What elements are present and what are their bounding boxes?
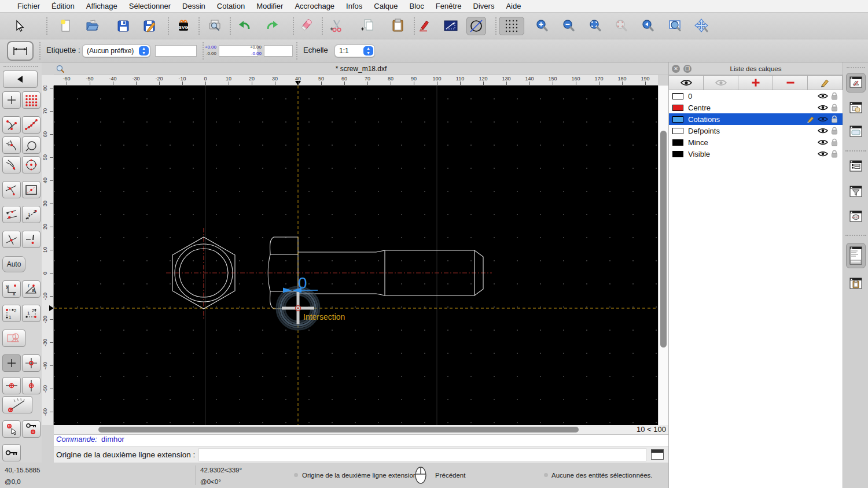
distance-point2-button[interactable]: 1 2 bbox=[22, 305, 41, 322]
snap-distance-button[interactable]: 1 2 bbox=[22, 206, 41, 223]
layer-lock-icon[interactable] bbox=[829, 127, 840, 135]
layer-lock-icon[interactable] bbox=[829, 115, 840, 123]
zoom-out-button[interactable] bbox=[559, 17, 579, 35]
print-preview-button[interactable] bbox=[205, 17, 225, 35]
snap-reference-button[interactable] bbox=[22, 181, 41, 198]
block-list-dock-button[interactable] bbox=[846, 98, 866, 118]
draw-line-mode-button[interactable] bbox=[441, 17, 461, 35]
layer-color-swatch[interactable] bbox=[672, 139, 683, 146]
layer-visibility-icon[interactable] bbox=[817, 127, 829, 134]
entity-filter-dock-button[interactable] bbox=[846, 182, 866, 202]
layer-row-selected[interactable]: Cotations bbox=[669, 113, 843, 125]
layer-color-swatch[interactable] bbox=[672, 93, 683, 99]
hide-all-layers-button[interactable] bbox=[703, 75, 738, 90]
layer-row[interactable]: Defpoints bbox=[669, 125, 843, 136]
command-widget-dock-button[interactable] bbox=[846, 243, 866, 268]
restrict-nothing-button[interactable] bbox=[2, 330, 25, 347]
redo-button[interactable] bbox=[262, 17, 281, 35]
prefix-select[interactable]: (Aucun préfixe) ▲▼ bbox=[82, 45, 150, 57]
coordinate-cartesian-button[interactable]: y x bbox=[2, 280, 21, 298]
snap-grid-button[interactable] bbox=[22, 91, 41, 109]
zoom-previous-button[interactable] bbox=[638, 17, 658, 35]
menu-cotation[interactable]: Cotation bbox=[211, 0, 251, 13]
new-document-button[interactable] bbox=[56, 17, 75, 35]
close-panel-icon[interactable]: ✕ bbox=[672, 65, 680, 73]
menu-selectionner[interactable]: Sélectionner bbox=[123, 0, 176, 13]
vertical-scrollbar-thumb[interactable] bbox=[660, 131, 667, 347]
coordinate-polar-button[interactable]: r a bbox=[22, 280, 41, 298]
command-input[interactable] bbox=[198, 448, 646, 461]
layer-color-swatch[interactable] bbox=[672, 105, 683, 111]
layer-visibility-icon[interactable] bbox=[817, 150, 829, 157]
library-browser-dock-button[interactable] bbox=[846, 122, 866, 142]
layer-color-swatch[interactable] bbox=[672, 116, 683, 123]
menu-bloc[interactable]: Bloc bbox=[403, 0, 429, 13]
layer-visibility-icon[interactable] bbox=[817, 93, 829, 99]
menu-affichage[interactable]: Affichage bbox=[80, 0, 123, 13]
snap-intersection-manual-button[interactable] bbox=[22, 231, 41, 248]
add-layer-button[interactable] bbox=[738, 75, 773, 90]
drawing-canvas[interactable]: 0 Intersection bbox=[54, 86, 658, 425]
horizontal-dimension-tool-button[interactable] bbox=[7, 41, 34, 61]
distance-point-button[interactable]: 1 2 bbox=[2, 305, 21, 322]
layer-visibility-icon[interactable] bbox=[817, 104, 829, 111]
save-button[interactable] bbox=[113, 17, 133, 35]
layer-visibility-icon[interactable] bbox=[817, 116, 829, 123]
menu-aide[interactable]: Aide bbox=[500, 0, 527, 13]
menu-edition[interactable]: Édition bbox=[46, 0, 80, 13]
paste-button[interactable] bbox=[388, 17, 408, 35]
lock-layer-button[interactable] bbox=[2, 444, 21, 461]
zoom-pan-button[interactable] bbox=[692, 17, 712, 35]
lock-relative-zero-button[interactable] bbox=[22, 420, 41, 438]
layer-lock-icon[interactable] bbox=[829, 138, 840, 146]
menu-fichier[interactable]: Fichier bbox=[12, 0, 46, 13]
undo-button[interactable] bbox=[236, 17, 255, 35]
restrict-orthogonal-button[interactable] bbox=[2, 206, 21, 223]
select-tool-button[interactable] bbox=[9, 17, 29, 35]
snap-angle-button[interactable] bbox=[2, 396, 32, 413]
float-panel-icon[interactable]: ❐ bbox=[683, 65, 692, 73]
restrict-vertical-button[interactable] bbox=[22, 377, 41, 394]
delete-button[interactable] bbox=[296, 17, 316, 35]
echelle-select[interactable]: 1:1 ▲▼ bbox=[334, 45, 375, 57]
export-svg-button[interactable]: SVG bbox=[174, 17, 193, 35]
copy-button[interactable] bbox=[358, 17, 377, 35]
layer-lock-icon[interactable] bbox=[829, 150, 840, 158]
snap-center-button[interactable] bbox=[22, 156, 41, 173]
zoom-window-button[interactable] bbox=[665, 17, 685, 35]
remove-layer-button[interactable] bbox=[773, 75, 808, 90]
layer-visibility-icon[interactable] bbox=[817, 139, 829, 146]
menu-calque[interactable]: Calque bbox=[368, 0, 403, 13]
menu-infos[interactable]: Infos bbox=[340, 0, 368, 13]
menu-modifier[interactable]: Modifier bbox=[251, 0, 289, 13]
zoom-selection-button[interactable] bbox=[612, 17, 631, 35]
draw-ellipse-mode-button[interactable] bbox=[466, 17, 486, 35]
label-input[interactable] bbox=[155, 45, 197, 57]
layer-color-swatch[interactable] bbox=[672, 151, 683, 157]
horizontal-scrollbar-thumb[interactable] bbox=[98, 427, 579, 432]
save-as-button[interactable] bbox=[139, 17, 159, 35]
menu-fenetre[interactable]: Fenêtre bbox=[430, 0, 468, 13]
layer-lock-icon[interactable] bbox=[829, 92, 840, 100]
layer-row[interactable]: Centre bbox=[669, 102, 843, 113]
layer-edit-icon[interactable] bbox=[806, 116, 817, 123]
layer-row[interactable]: 0 bbox=[669, 90, 843, 102]
layer-lock-icon[interactable] bbox=[829, 103, 840, 112]
horizontal-scrollbar[interactable]: 10 < 100 bbox=[54, 425, 668, 434]
restrict-none-button[interactable] bbox=[2, 354, 21, 372]
snap-intersection-button[interactable] bbox=[2, 231, 21, 248]
show-all-layers-button[interactable] bbox=[668, 75, 704, 90]
clipboard-dock-button[interactable] bbox=[846, 274, 866, 294]
snap-intersection-auto-button[interactable] bbox=[2, 136, 21, 154]
command-window-toggle-button[interactable] bbox=[651, 449, 664, 460]
snap-on-circle-button[interactable] bbox=[22, 136, 41, 154]
snap-middle-button[interactable] bbox=[2, 156, 21, 173]
restrict-ortho-button[interactable] bbox=[22, 354, 41, 372]
attributes-button[interactable] bbox=[415, 17, 435, 35]
snap-auto-button[interactable]: Auto bbox=[2, 256, 25, 272]
snap-free-button[interactable] bbox=[2, 91, 21, 109]
tolerance2-input[interactable] bbox=[264, 45, 293, 57]
back-button[interactable] bbox=[3, 71, 38, 88]
layer-row[interactable]: Mince bbox=[669, 136, 843, 148]
snap-on-entity-button[interactable] bbox=[22, 116, 41, 134]
